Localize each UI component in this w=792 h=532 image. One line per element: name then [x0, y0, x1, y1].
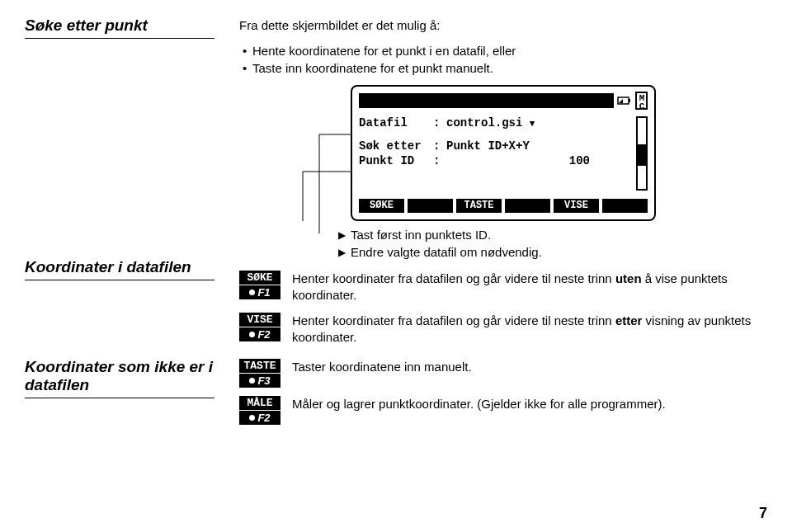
title-bar [359, 93, 614, 108]
function-key-row: VISE F2 Henter koordinater fra datafilen… [239, 313, 767, 346]
note-line: ▶Tast først inn punktets ID. [338, 228, 767, 242]
fkey-label-male[interactable]: MÅLE [239, 396, 280, 410]
fkey-label-vise[interactable]: VISE [239, 313, 280, 327]
fkey-label-soke[interactable]: SØKE [239, 271, 280, 285]
svg-rect-1 [629, 99, 630, 102]
softkey-blank [408, 199, 453, 213]
softkey-blank [505, 199, 550, 213]
field-label-punkt-id: Punkt ID [359, 154, 433, 167]
section-heading-koordinater-i-datafilen: Koordinater i datafilen [25, 258, 214, 276]
softkey-vise[interactable]: VISE [554, 199, 599, 213]
function-key-row: MÅLE F2 Måler og lagrer punktkoordinater… [239, 396, 767, 425]
divider [25, 398, 214, 398]
fkey-description: Måler og lagrer punktkoordinater. (Gjeld… [292, 396, 767, 412]
softkey-soke[interactable]: SØKE [359, 199, 404, 213]
page-title: Søke etter punkt [25, 16, 214, 35]
section-heading-koordinater-ikke-i-datafilen: Koordinater som ikke er i datafilen [25, 358, 214, 394]
fkey-description: Henter koordinater fra datafilen og går … [292, 271, 767, 304]
page-number: 7 [759, 505, 767, 522]
field-label-sok-etter: Søk etter [359, 139, 433, 153]
function-key-row: SØKE F1 Henter koordinater fra datafilen… [239, 271, 767, 304]
divider [25, 38, 214, 39]
device-screen: MC Datafil : control.gsi ▼ Søk etter : [351, 85, 656, 221]
field-label-datafil: Datafil [359, 116, 433, 129]
field-value-sok-etter[interactable]: Punkt ID+X+Y [446, 139, 631, 153]
note-line: ▶Endre valgte datafil om nødvendig. [338, 245, 767, 259]
fkey-f3[interactable]: F3 [239, 374, 280, 388]
field-value-datafil[interactable]: control.gsi ▼ [446, 116, 631, 129]
fkey-label-taste[interactable]: TASTE [239, 359, 280, 373]
mc-badge: MC [635, 92, 648, 110]
scroll-thumb[interactable] [638, 144, 646, 166]
intro-text: Fra dette skjermbildet er det mulig å: [239, 16, 767, 34]
divider [25, 280, 214, 280]
battery-icon [617, 95, 632, 106]
chevron-down-icon[interactable]: ▼ [530, 119, 535, 129]
fkey-f1[interactable]: F1 [239, 285, 280, 299]
arrow-icon: ▶ [338, 247, 346, 258]
fkey-description: Taster koordinatene inn manuelt. [292, 359, 767, 375]
connector-lines [286, 126, 352, 242]
softkey-taste[interactable]: TASTE [456, 199, 502, 213]
softkey-bar: SØKE TASTE VISE [359, 199, 648, 213]
fkey-f2-male[interactable]: F2 [239, 411, 280, 425]
fkey-f2[interactable]: F2 [239, 327, 280, 341]
svg-marker-2 [619, 99, 623, 103]
bullet-item: •Hente koordinatene for et punkt i en da… [243, 42, 767, 59]
scrollbar[interactable] [636, 116, 648, 191]
arrow-icon: ▶ [338, 229, 346, 241]
field-value-punkt-id[interactable]: 100 [446, 154, 631, 167]
function-key-row: TASTE F3 Taster koordinatene inn manuelt… [239, 359, 767, 388]
softkey-blank [602, 199, 648, 213]
bullet-item: •Taste inn koordinatene for et punkt man… [243, 59, 767, 77]
fkey-description: Henter koordinater fra datafilen og går … [292, 313, 767, 346]
